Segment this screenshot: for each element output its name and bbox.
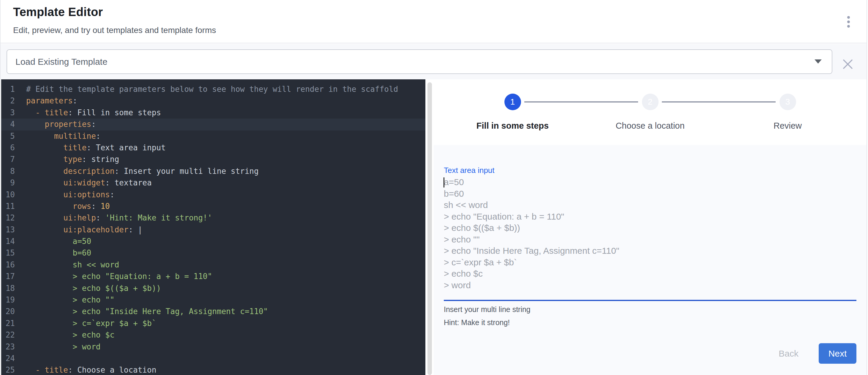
code-text: description: Insert your multi line stri… — [26, 165, 259, 177]
code-text: title: Text area input — [26, 142, 166, 154]
field-hint: Hint: Make it strong! — [444, 318, 857, 327]
placeholder-line: a=50 — [444, 177, 857, 188]
editor-line[interactable]: 21 > c=`expr $a + $b` — [1, 318, 425, 329]
editor-line[interactable]: 1# Edit the template parameters below to… — [1, 84, 425, 95]
code-text: b=60 — [26, 247, 91, 259]
step-label: Fill in some steps — [476, 121, 549, 131]
code-text: a=50 — [26, 236, 91, 247]
editor-lines: 1# Edit the template parameters below to… — [1, 84, 425, 375]
line-number: 20 — [1, 306, 15, 317]
line-number: 24 — [1, 353, 15, 364]
placeholder-line: > echo "Inside Here Tag, Assignment c=11… — [444, 245, 857, 257]
next-button[interactable]: Next — [819, 343, 857, 364]
stepper-connector — [662, 101, 776, 102]
back-button[interactable]: Back — [773, 344, 804, 363]
multiline-textarea[interactable]: a=50b=60sh << word> echo "Equation: a + … — [444, 177, 857, 291]
code-text: multiline: — [26, 130, 100, 142]
editor-line[interactable]: 2parameters: — [1, 95, 425, 107]
line-number: 8 — [1, 165, 15, 177]
close-icon — [841, 58, 854, 71]
page-right-border — [867, 0, 867, 375]
code-editor[interactable]: 1# Edit the template parameters below to… — [1, 79, 425, 375]
editor-line[interactable]: 13 ui:placeholder: | — [1, 224, 425, 236]
line-number: 22 — [1, 329, 15, 341]
editor-line[interactable]: 22 > echo $c — [1, 329, 425, 341]
editor-line[interactable]: 4 properties: — [1, 119, 425, 130]
line-number: 25 — [1, 364, 15, 375]
editor-line[interactable]: 20 > echo "Inside Here Tag, Assignment c… — [1, 306, 425, 317]
step-label: Review — [774, 121, 802, 131]
placeholder-line: sh << word — [444, 199, 857, 211]
close-editor-button[interactable] — [841, 58, 854, 71]
editor-line[interactable]: 8 description: Insert your multi line st… — [1, 165, 425, 177]
editor-line[interactable]: 15 b=60 — [1, 247, 425, 259]
line-number: 14 — [1, 236, 15, 247]
placeholder-line: > word — [444, 280, 857, 291]
stepper-connector — [524, 101, 638, 102]
editor-line[interactable]: 12 ui:help: 'Hint: Make it strong!' — [1, 212, 425, 224]
line-number: 18 — [1, 283, 15, 294]
editor-line[interactable]: 10 ui:options: — [1, 189, 425, 200]
code-text: ui:options: — [26, 189, 114, 200]
editor-line[interactable]: 24 — [1, 353, 425, 364]
placeholder-line: > echo $(($a + $b)) — [444, 222, 857, 234]
textarea-focus-underline — [444, 300, 857, 301]
code-text: properties: — [26, 119, 96, 130]
code-text: rows: 10 — [26, 200, 110, 212]
load-template-bar: Load Existing Template — [1, 44, 867, 79]
line-number: 5 — [1, 130, 15, 142]
editor-scrollbar[interactable] — [428, 82, 432, 375]
line-number: 16 — [1, 259, 15, 271]
line-number: 2 — [1, 95, 15, 107]
line-number: 23 — [1, 341, 15, 353]
placeholder-line: > echo $c — [444, 268, 857, 280]
select-placeholder: Load Existing Template — [16, 57, 107, 67]
code-text: > word — [26, 341, 100, 353]
editor-line[interactable]: 5 multiline: — [1, 130, 425, 142]
step-circle: 3 — [779, 94, 796, 110]
code-text: ui:placeholder: | — [26, 224, 142, 236]
code-text: parameters: — [26, 95, 77, 107]
line-number: 19 — [1, 294, 15, 306]
placeholder-line: > echo "Equation: a + b = 110" — [444, 211, 857, 223]
wizard-actions: Back Next — [444, 343, 857, 364]
editor-line[interactable]: 17 > echo "Equation: a + b = 110" — [1, 271, 425, 282]
code-text: > echo $c — [26, 329, 114, 341]
more-options-button[interactable] — [840, 12, 857, 31]
editor-line[interactable]: 11 rows: 10 — [1, 200, 425, 212]
stepper-step-1: 1 Fill in some steps — [444, 94, 581, 131]
editor-line[interactable]: 9 ui:widget: textarea — [1, 177, 425, 189]
page-header: Template Editor Edit, preview, and try o… — [1, 0, 867, 43]
code-text: > echo "Inside Here Tag, Assignment c=11… — [26, 306, 268, 317]
editor-line[interactable]: 7 type: string — [1, 154, 425, 165]
kebab-menu-icon — [847, 16, 850, 28]
editor-line[interactable]: 3 - title: Fill in some steps — [1, 107, 425, 119]
editor-line[interactable]: 25 - title: Choose a location — [1, 364, 425, 375]
code-text: type: string — [26, 154, 119, 165]
placeholder-line: > c=`expr $a + $b` — [444, 257, 857, 268]
dropdown-caret-icon — [814, 59, 822, 64]
form-step-card: Text area input a=50b=60sh << word> echo… — [434, 145, 867, 375]
editor-line[interactable]: 6 title: Text area input — [1, 142, 425, 154]
line-number: 17 — [1, 271, 15, 282]
editor-line[interactable]: 16 sh << word — [1, 259, 425, 271]
text-cursor — [443, 178, 444, 187]
textarea-placeholder: a=50b=60sh << word> echo "Equation: a + … — [444, 177, 857, 291]
wizard-stepper: 1 Fill in some steps 2 Choose a location… — [444, 94, 857, 132]
code-text: > echo "" — [26, 294, 114, 306]
field-description: Insert your multi line string — [444, 305, 857, 314]
editor-line[interactable]: 14 a=50 — [1, 236, 425, 247]
line-number: 6 — [1, 142, 15, 154]
code-text: # Edit the template parameters below to … — [26, 84, 398, 95]
stepper-step-2: 2 Choose a location — [581, 94, 719, 131]
editor-line[interactable]: 19 > echo "" — [1, 294, 425, 306]
editor-line[interactable]: 18 > echo $(($a + $b)) — [1, 283, 425, 294]
textarea-field-label: Text area input — [444, 165, 857, 175]
line-number: 13 — [1, 224, 15, 236]
load-template-select[interactable]: Load Existing Template — [6, 49, 832, 74]
page-title: Template Editor — [13, 5, 103, 19]
code-text: > echo "Equation: a + b = 110" — [26, 271, 212, 282]
stepper-step-3: 3 Review — [719, 94, 857, 131]
editor-line[interactable]: 23 > word — [1, 341, 425, 353]
line-number: 4 — [1, 119, 15, 130]
